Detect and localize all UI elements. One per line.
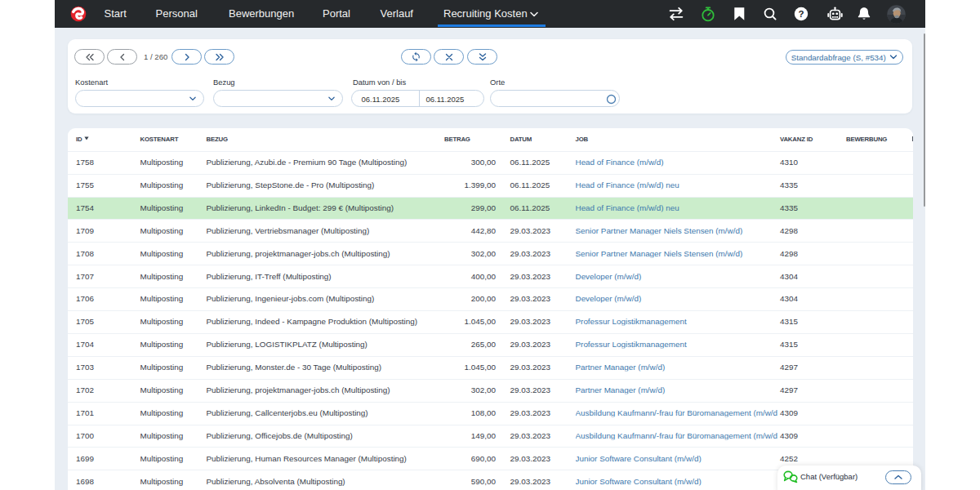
svg-text:?: ? xyxy=(798,9,804,19)
